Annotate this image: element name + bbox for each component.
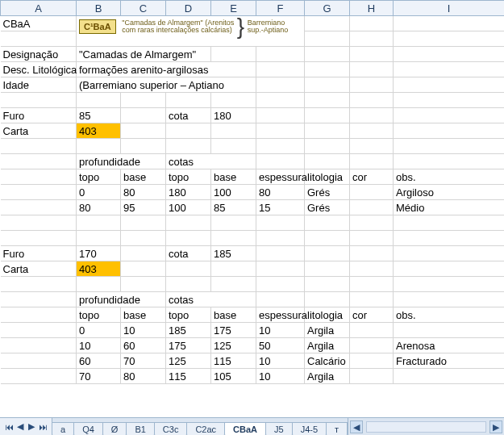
hdr-cor[interactable]: cor [350, 169, 394, 185]
sheet-tab-bar: ⏮ ◀ ▶ ⏭ aQ4ØB1C3cC2acCBaAJ5J4-5т ◀ ▶ [0, 417, 504, 435]
label-designacao[interactable]: Designação [1, 47, 77, 62]
label-furo[interactable]: Furo [1, 246, 77, 261]
legend-cell[interactable]: C¹BaA "Camadas de Almargem" (Arenitos co… [77, 16, 305, 47]
sheet-tab[interactable]: т [326, 422, 348, 435]
label-desc-lit[interactable]: Desc. Litológica [1, 62, 77, 77]
hdr-obs[interactable]: obs. [394, 169, 505, 185]
label-carta[interactable]: Carta [1, 123, 77, 139]
brace-icon: } [237, 21, 244, 32]
legend-text: "Camadas de Almargem" (Arenitos com rara… [122, 19, 234, 36]
tab-nav-buttons: ⏮ ◀ ▶ ⏭ [0, 418, 52, 435]
tab-prev-icon[interactable]: ◀ [15, 421, 26, 432]
value-cota2[interactable]: 185 [211, 246, 256, 261]
table-row: 60 70 125 115 10 Calcário Fracturado [1, 353, 505, 369]
value-furo2[interactable]: 170 [77, 246, 121, 261]
value-idade[interactable]: (Barremiano superior – Aptiano [77, 77, 256, 93]
legend-age: Barremiano sup.-Aptiano [248, 19, 289, 36]
col-header[interactable]: B [77, 1, 121, 16]
hdr-cotas[interactable]: cotas [166, 292, 256, 307]
hdr-cotas[interactable]: cotas [166, 154, 256, 169]
col-header[interactable]: H [350, 1, 394, 16]
hdr-profundidade[interactable]: profundidade [77, 154, 166, 169]
label-cota[interactable]: cota [166, 246, 211, 261]
scroll-track[interactable] [366, 421, 486, 433]
col-header[interactable]: F [256, 1, 305, 16]
tab-first-icon[interactable]: ⏮ [3, 422, 15, 432]
hdr-base[interactable]: base [121, 169, 166, 185]
table-row: 10 60 175 125 50 Argila Arenosa [1, 338, 505, 353]
hdr-profundidade[interactable]: profundidade [77, 292, 166, 307]
sheet-tab[interactable]: B1 [126, 422, 154, 435]
col-header[interactable]: A [1, 1, 77, 16]
tab-last-icon[interactable]: ⏭ [37, 422, 48, 432]
col-header[interactable]: G [305, 1, 350, 16]
table-row: 70 80 115 105 10 Argila [1, 369, 505, 384]
hdr-topo[interactable]: topo [77, 169, 121, 185]
hdr-base2[interactable]: base [211, 169, 256, 185]
tab-next-icon[interactable]: ▶ [26, 421, 37, 432]
sheet-tab[interactable]: C2ac [186, 422, 225, 435]
col-header[interactable]: C [121, 1, 166, 16]
horizontal-scrollbar[interactable]: ◀ ▶ [348, 418, 504, 435]
sheet-tab[interactable]: a [52, 422, 74, 435]
value-furo1[interactable]: 85 [77, 108, 121, 123]
value-cota1[interactable]: 180 [211, 108, 256, 123]
label-cota[interactable]: cota [166, 108, 211, 123]
scroll-right-icon[interactable]: ▶ [489, 420, 502, 433]
label-carta[interactable]: Carta [1, 261, 77, 277]
col-header[interactable]: D [166, 1, 211, 16]
value-designacao[interactable]: "Camadas de Almargem" [77, 47, 211, 62]
sheet-tabs: aQ4ØB1C3cC2acCBaAJ5J4-5т [52, 418, 348, 435]
label-furo[interactable]: Furo [1, 108, 77, 123]
hdr-espessura[interactable]: espessura [256, 169, 305, 185]
sheet-tab[interactable]: Ø [102, 422, 127, 435]
table-row: 80 95 100 85 15 Grés Médio [1, 200, 505, 215]
sheet-tab[interactable]: CBaA [224, 422, 266, 435]
value-carta1[interactable]: 403 [77, 123, 121, 139]
col-header[interactable]: I [394, 1, 505, 16]
code-cell[interactable]: CBaA [1, 16, 77, 31]
col-header[interactable]: E [211, 1, 256, 16]
legend-code: C¹BaA [79, 19, 116, 34]
hdr-topo2[interactable]: topo [166, 169, 211, 185]
scroll-left-icon[interactable]: ◀ [350, 420, 363, 433]
sheet-tab[interactable]: J4-5 [292, 422, 327, 435]
value-desc-lit[interactable]: formações arenito-argilosas [77, 62, 256, 77]
table-row: 0 80 180 100 80 Grés Argiloso [1, 185, 505, 200]
column-header-row: A B C D E F G H I [1, 1, 505, 16]
sheet-tab[interactable]: J5 [265, 422, 293, 435]
spreadsheet-grid[interactable]: A B C D E F G H I CBaA C¹BaA "Camadas de… [0, 0, 504, 384]
hdr-litologia[interactable]: litologia [305, 169, 350, 185]
table-row: 0 10 185 175 10 Argila [1, 323, 505, 338]
value-carta2[interactable]: 403 [77, 261, 121, 277]
label-idade[interactable]: Idade [1, 77, 77, 93]
sheet-tab[interactable]: C3c [154, 422, 188, 435]
sheet-tab[interactable]: Q4 [73, 422, 103, 435]
